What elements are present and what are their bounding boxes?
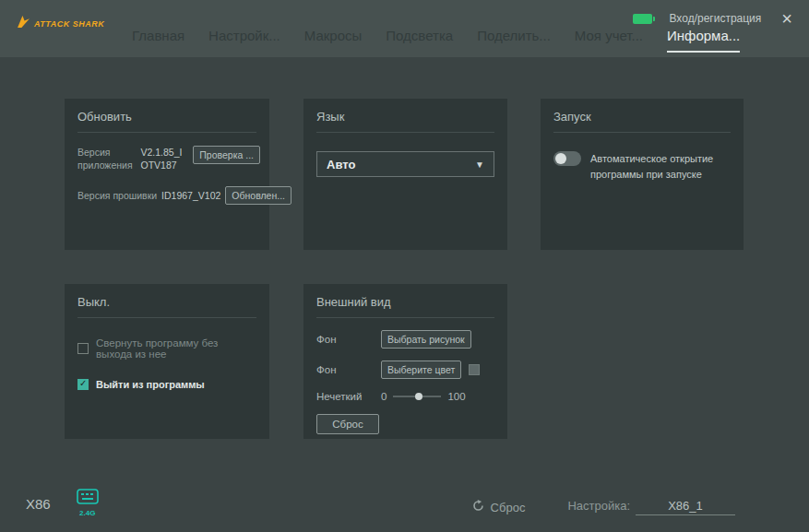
tab-home[interactable]: Главная [132, 28, 184, 53]
battery-icon [633, 14, 652, 24]
card-power-title: Выкл. [65, 284, 269, 317]
minimize-checkbox[interactable] [77, 343, 89, 354]
check-update-button[interactable]: Проверка ... [193, 146, 260, 164]
card-launch: Запуск Автоматическое открытие программы… [541, 99, 744, 250]
pick-image-button[interactable]: Выбрать рисунок [381, 330, 471, 349]
card-update: Обновить Версия приложения V2.1.85_IOTV1… [65, 99, 269, 250]
brand-logo: ATTACK SHARK [17, 15, 104, 32]
divider [316, 317, 494, 318]
minimize-option-row: Свернуть программу без выхода из нее [65, 337, 269, 360]
card-update-title: Обновить [65, 99, 269, 132]
card-language-title: Язык [303, 99, 507, 132]
tab-account[interactable]: Моя учет... [575, 28, 643, 53]
divider [316, 132, 494, 133]
minimize-label: Свернуть программу без выхода из нее [96, 337, 256, 360]
background-image-label: Фон [316, 334, 381, 345]
slider-max-label: 100 [447, 391, 465, 402]
footer-reset-button[interactable]: Сброс [472, 500, 526, 514]
blur-slider: 0 100 [381, 391, 494, 402]
profile-label: Настройка: [567, 499, 630, 513]
brand-name: ATTACK SHARK [34, 19, 104, 29]
exit-option-row: Выйти из программы [65, 379, 269, 390]
tab-settings[interactable]: Настройк... [208, 28, 280, 53]
chevron-down-icon: ▼ [475, 160, 484, 170]
firmware-version-label: Версия прошивки [77, 190, 157, 201]
divider [77, 317, 256, 318]
card-launch-title: Запуск [541, 99, 744, 132]
toggle-knob [555, 153, 566, 164]
language-select[interactable]: Авто ▼ [316, 151, 494, 177]
autostart-label: Автоматическое открытие программы при за… [590, 151, 731, 183]
firmware-update-button[interactable]: Обновлен... [225, 186, 291, 205]
language-selected-value: Авто [327, 158, 355, 171]
slider-track[interactable] [393, 396, 441, 397]
app-version-value: V2.1.85_IOTV187 [141, 146, 189, 171]
title-bar: ATTACK SHARK Главная Настройк... Макросы… [0, 0, 809, 57]
background-color-row: Фон Выберите цвет [303, 361, 507, 379]
slider-handle[interactable] [415, 393, 422, 400]
card-appearance-title: Внешний вид [303, 284, 507, 317]
card-power: Выкл. Свернуть программу без выхода из н… [65, 284, 269, 439]
blur-label: Нечеткий [316, 391, 381, 402]
tab-lighting[interactable]: Подсветка [386, 28, 453, 53]
app-window: ATTACK SHARK Главная Настройк... Макросы… [0, 0, 809, 532]
app-version-label: Версия приложения [77, 146, 137, 171]
app-version-row: Версия приложения V2.1.85_IOTV187 Провер… [65, 133, 269, 171]
tab-share[interactable]: Поделить... [477, 28, 551, 53]
autostart-toggle[interactable] [553, 151, 581, 166]
color-swatch[interactable] [469, 364, 480, 375]
login-link[interactable]: Вход/регистрация [669, 12, 761, 25]
connection-indicator[interactable]: 2.4G [77, 489, 99, 517]
firmware-version-row: Версия прошивки ID1967_V102 Обновлен... [65, 171, 269, 205]
autostart-row: Автоматическое открытие программы при за… [541, 133, 744, 183]
footer-reset-label: Сброс [491, 501, 526, 514]
titlebar-right: Вход/регистрация × [633, 9, 796, 28]
background-color-label: Фон [316, 364, 381, 375]
slider-min-label: 0 [381, 391, 387, 402]
footer-left: X86 2.4G [26, 489, 99, 517]
profile-value[interactable]: X86_1 [636, 499, 735, 515]
card-appearance: Внешний вид Фон Выбрать рисунок Фон Выбе… [303, 284, 507, 439]
exit-checkbox[interactable] [77, 379, 89, 390]
firmware-version-value: ID1967_V102 [161, 190, 220, 201]
close-icon[interactable]: × [778, 9, 796, 28]
exit-label: Выйти из программы [96, 379, 205, 390]
appearance-reset-button[interactable]: Сброс [316, 414, 379, 434]
shark-icon [17, 15, 30, 32]
background-image-row: Фон Выбрать рисунок [303, 330, 507, 349]
keyboard-icon [77, 489, 99, 508]
footer-right: Сброс Настройка: X86_1 [472, 499, 735, 515]
tab-macros[interactable]: Макросы [304, 28, 363, 53]
profile-group: Настройка: X86_1 [567, 499, 735, 515]
connection-mode-label: 2.4G [79, 509, 95, 517]
card-language: Язык Авто ▼ [303, 99, 507, 250]
nav-tabs: Главная Настройк... Макросы Подсветка По… [132, 28, 740, 53]
blur-slider-row: Нечеткий 0 100 [303, 391, 507, 402]
refresh-icon [472, 500, 484, 514]
device-name: X86 [26, 496, 51, 517]
tab-info[interactable]: Информа... [667, 28, 740, 53]
pick-color-button[interactable]: Выберите цвет [381, 361, 461, 379]
